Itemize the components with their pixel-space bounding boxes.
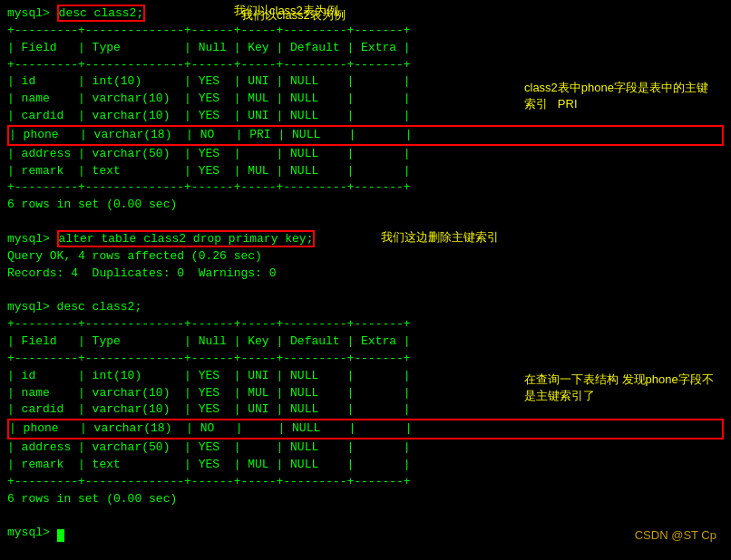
annotation-after-drop: 在查询一下表结构 发现phone字段不 是主键索引了 <box>524 372 724 404</box>
annotation-pri-line2: 索引 PRI <box>524 97 578 111</box>
table2-row-phone: | phone | varchar(18) | NO | | NULL | | <box>7 419 724 439</box>
annotation-intro: 我们以class2表为例 <box>234 3 338 19</box>
annotation-drop: 我们这边删除主键索引 <box>381 229 499 246</box>
table1-row-address: | address | varchar(50) | YES | | NULL |… <box>7 146 724 163</box>
table1-rowcount: 6 rows in set (0.00 sec) <box>7 197 724 214</box>
table1-sep-top: +---------+--------------+------+-----+-… <box>7 23 724 40</box>
section-2: mysql> alter table class2 drop primary k… <box>7 231 724 283</box>
query-ok: Query OK, 4 rows affected (0.26 sec) <box>7 248 724 266</box>
records-line: Records: 4 Duplicates: 0 Warnings: 0 <box>7 266 724 283</box>
annotation-pri-key: class2表中phone字段是表中的主键 索引 PRI <box>524 80 724 112</box>
table2-row-remark: | remark | text | YES | MUL | NULL | | <box>7 457 724 474</box>
annotation-after-line1: 在查询一下表结构 发现phone字段不 <box>524 372 714 386</box>
csdn-watermark: CSDN @ST Cp <box>635 528 716 542</box>
blank-3 <box>7 507 724 525</box>
prompt-line-1: mysql> desc class2; <box>7 5 724 23</box>
phone-row-wrapper-2: | phone | varchar(18) | NO | | NULL | | <box>7 419 724 439</box>
table2-rowcount: 6 rows in set (0.00 sec) <box>7 491 724 508</box>
table1-sep-bot: +---------+--------------+------+-----+-… <box>7 179 724 197</box>
prompt-line-2: mysql> alter table class2 drop primary k… <box>7 231 724 248</box>
table1-row-phone: | phone | varchar(18) | NO | PRI | NULL … <box>7 125 724 146</box>
table2-header: | Field | Type | Null | Key | Default | … <box>7 333 724 351</box>
table2-sep-top: +---------+--------------+------+-----+-… <box>7 316 724 333</box>
table1-sep-mid: +---------+--------------+------+-----+-… <box>7 57 724 74</box>
table1-row-remark: | remark | text | YES | MUL | NULL | | <box>7 163 724 180</box>
table2-row-cardid: | cardid | varchar(10) | YES | UNI | NUL… <box>7 401 724 419</box>
annotation-pri-line1: class2表中phone字段是表中的主键 <box>524 81 708 94</box>
command-desc-1: desc class2; <box>57 5 146 22</box>
table2-sep-bot: +---------+--------------+------+-----+-… <box>7 474 724 491</box>
cursor <box>57 529 64 542</box>
blank-1 <box>7 214 724 231</box>
final-prompt[interactable]: mysql> <box>7 525 724 542</box>
table2-sep-mid: +---------+--------------+------+-----+-… <box>7 351 724 368</box>
phone-row-wrapper-1: | phone | varchar(18) | NO | PRI | NULL … <box>7 125 724 146</box>
annotation-after-line2: 是主键索引了 <box>524 389 595 402</box>
prompt-line-3: mysql> desc class2; <box>7 299 724 316</box>
table1-header: | Field | Type | Null | Key | Default | … <box>7 40 724 57</box>
command-alter: alter table class2 drop primary key; <box>57 230 316 247</box>
table2-row-address: | address | varchar(50) | YES | | NULL |… <box>7 439 724 457</box>
terminal: mysql> desc class2; 我们以class2表为例 +------… <box>0 0 731 560</box>
blank-2 <box>7 283 724 300</box>
